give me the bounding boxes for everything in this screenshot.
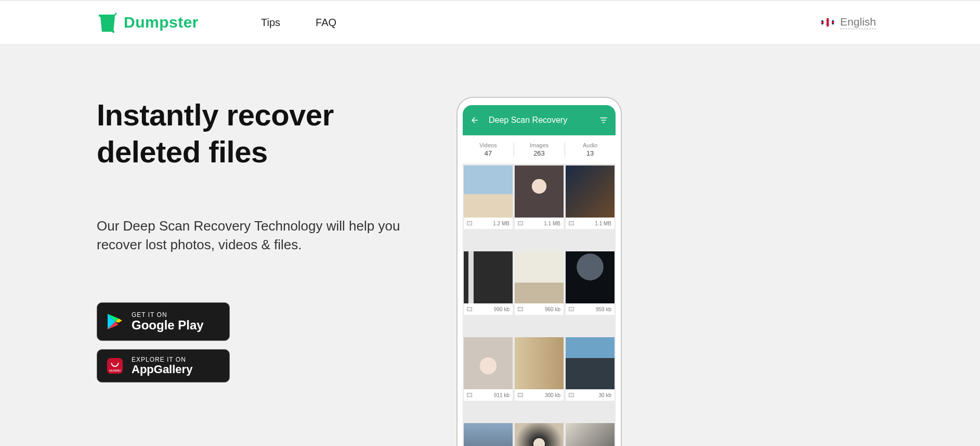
thumbnail-image	[515, 251, 564, 303]
thumbnail-tile[interactable]: 300 kb	[515, 337, 564, 401]
brand-name: Dumpster	[124, 14, 199, 31]
image-type-icon	[518, 307, 523, 311]
thumbnail-image	[566, 251, 615, 303]
google-play-text: GET IT ON Google Play	[132, 312, 204, 333]
thumbnail-image	[515, 165, 564, 218]
headline-line-1: Instantly recover	[97, 98, 334, 132]
stat-images: Images 263	[514, 135, 565, 164]
dumpster-icon	[99, 12, 116, 33]
thumbnail-tile[interactable]	[566, 423, 615, 446]
stat-audio: Audio 13	[565, 135, 616, 164]
file-size: 911 kb	[494, 392, 509, 398]
phone-screen: Deep Scan Recovery Videos 47 Images 263 …	[463, 105, 616, 446]
nav-faq[interactable]: FAQ	[316, 17, 336, 29]
file-size: 990 kb	[494, 307, 509, 312]
file-size: 30 kb	[599, 392, 611, 398]
image-type-icon	[569, 221, 574, 225]
appgallery-bottom: AppGallery	[132, 363, 192, 376]
file-size: 1.1 MB	[595, 221, 611, 226]
headline-line-2: deleted files	[97, 135, 268, 169]
thumbnail-image	[566, 165, 615, 218]
language-selector[interactable]: English	[821, 16, 876, 29]
phone-mockup: Deep Scan Recovery Videos 47 Images 263 …	[456, 97, 622, 446]
appgallery-top: EXPLORE IT ON	[132, 356, 192, 363]
filter-icon[interactable]	[599, 116, 608, 125]
thumbnail-image	[464, 165, 513, 218]
site-header: Dumpster Tips FAQ English	[0, 0, 980, 45]
svg-point-0	[112, 31, 114, 33]
appgallery-button[interactable]: HUAWEI EXPLORE IT ON AppGallery	[97, 349, 230, 383]
thumbnail-tile[interactable]	[464, 423, 513, 446]
stat-videos: Videos 47	[463, 135, 514, 164]
google-play-icon	[106, 312, 124, 331]
image-type-icon	[569, 307, 574, 311]
image-type-icon	[467, 393, 472, 397]
thumbnail-image	[566, 337, 615, 389]
thumbnail-image	[515, 337, 564, 389]
app-bar: Deep Scan Recovery	[463, 105, 616, 135]
thumbnail-tile[interactable]: 960 kb	[515, 251, 564, 315]
uk-flag-icon	[821, 18, 834, 27]
google-play-bottom: Google Play	[132, 318, 204, 332]
thumbnail-image	[464, 251, 513, 303]
hero-copy: Instantly recover deleted files Our Deep…	[97, 76, 497, 383]
app-bar-title: Deep Scan Recovery	[489, 116, 567, 125]
back-arrow-icon[interactable]	[470, 116, 479, 125]
file-size: 1.2 MB	[493, 221, 509, 226]
google-play-top: GET IT ON	[132, 312, 204, 318]
primary-nav: Tips FAQ	[261, 17, 336, 29]
nav-tips[interactable]: Tips	[261, 17, 280, 29]
appgallery-text: EXPLORE IT ON AppGallery	[132, 356, 192, 376]
thumbnail-image	[566, 423, 615, 446]
file-size: 960 kb	[545, 307, 560, 312]
svg-text:HUAWEI: HUAWEI	[109, 369, 121, 373]
hero-subhead: Our Deep Scan Recovery Technology will h…	[97, 216, 429, 255]
image-type-icon	[518, 221, 523, 225]
store-buttons: GET IT ON Google Play HUAWEI EXPLORE IT …	[97, 302, 497, 383]
image-type-icon	[467, 307, 472, 311]
thumbnail-image	[515, 423, 564, 446]
thumbnail-tile[interactable]: 30 kb	[566, 337, 615, 401]
thumbnail-tile[interactable]: 1.1 MB	[515, 165, 564, 229]
huawei-icon: HUAWEI	[106, 356, 124, 375]
scan-stats: Videos 47 Images 263 Audio 13	[463, 135, 616, 164]
thumbnail-tile[interactable]	[515, 423, 564, 446]
thumbnail-image	[464, 337, 513, 389]
thumbnail-tile[interactable]: 1.2 MB	[464, 165, 513, 229]
file-size: 959 kb	[596, 307, 611, 312]
thumbnail-image	[464, 423, 513, 446]
thumbnail-tile[interactable]: 911 kb	[464, 337, 513, 401]
file-size: 300 kb	[545, 392, 560, 398]
image-type-icon	[569, 393, 574, 397]
image-type-icon	[467, 221, 472, 225]
google-play-button[interactable]: GET IT ON Google Play	[97, 302, 230, 341]
image-type-icon	[518, 393, 523, 397]
file-size: 1.1 MB	[544, 221, 560, 226]
brand-logo[interactable]: Dumpster	[99, 12, 199, 33]
language-label: English	[840, 16, 876, 29]
hero-section: Instantly recover deleted files Our Deep…	[0, 45, 980, 383]
thumbnail-tile[interactable]: 1.1 MB	[566, 165, 615, 229]
thumbnail-tile[interactable]: 959 kb	[566, 251, 615, 315]
thumbnail-tile[interactable]: 990 kb	[464, 251, 513, 315]
thumbnail-grid: 1.2 MB 1.1 MB 1.1 MB 990 kb 960 kb 959 k…	[463, 164, 616, 446]
hero-headline: Instantly recover deleted files	[97, 97, 497, 171]
